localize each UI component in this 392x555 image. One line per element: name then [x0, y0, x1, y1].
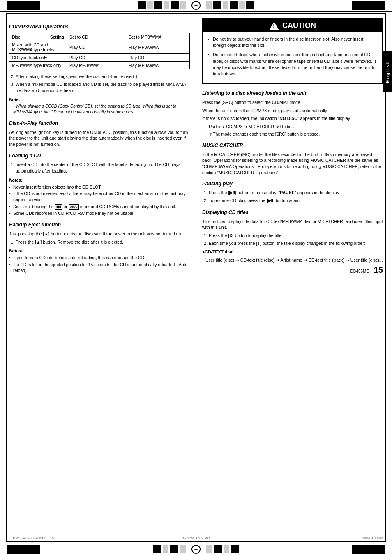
- bottom-center-pattern: [40, 545, 352, 554]
- english-tab-label: English: [385, 61, 390, 83]
- backup-eject-title: Backup Eject function: [9, 221, 190, 228]
- footer-center: 05.1.24, 6:02 PM: [134, 536, 258, 540]
- top-right-block: [352, 1, 385, 10]
- caution-item-2: Do not insert discs where adhesive comes…: [208, 52, 377, 77]
- bottom-crosshair-icon: [191, 545, 201, 554]
- setting-label: Setting: [50, 35, 64, 39]
- disc-in-play-title: Disc-In-Play function: [9, 120, 190, 127]
- top-left-block: [7, 1, 40, 10]
- table-cell-set-cd-3: Play MP3/WMA: [67, 61, 126, 69]
- table-header-set-to-cd: Set to CD: [67, 33, 126, 41]
- page-border-left: [6, 13, 7, 542]
- table-cell-disc-type-2: CD type track only: [9, 53, 67, 61]
- bottom-left-block: [7, 545, 40, 554]
- caution-header: CAUTION: [203, 19, 382, 32]
- listening-body-3: If there is no disc loaded, the indicati…: [202, 115, 383, 122]
- top-decorative-bar: [0, 0, 392, 12]
- loading-note-3: Discs not bearing the ▮▮▮ or DISC mark a…: [9, 204, 190, 210]
- footer-right: 280-8138-00: [258, 536, 383, 540]
- table-cell-disc-type-1: Mixed with CD and MP3/WMA type tracks: [9, 41, 67, 53]
- displaying-body-1: This unit can display title data for CD-…: [202, 219, 383, 230]
- pausing-step-2: To resume CD play, press the [▶II] butto…: [209, 198, 383, 204]
- right-column: English CAUTION Do not try to put your h…: [198, 18, 383, 537]
- table-cell-set-cd-1: Play CD: [67, 41, 126, 53]
- page-border-top: [6, 13, 386, 14]
- bottom-decorative-bar: [0, 543, 392, 555]
- backup-eject-steps: Press the [▲] button. Remove the disc af…: [9, 239, 190, 246]
- footer-left: +DB456MC-005-ENG 15: [9, 536, 134, 540]
- pausing-title: Pausing play: [202, 180, 383, 187]
- caution-box: CAUTION Do not try to put your hand or f…: [202, 18, 383, 84]
- cdmp3-step-2: After making these settings, remove the …: [16, 74, 190, 80]
- loading-note-2: If the CD is not inserted easily, there …: [9, 191, 190, 203]
- cdmp3-section: CD/MP3/WMA Operations Disc Setting Set t…: [9, 23, 190, 115]
- footer-page-num: 15: [50, 536, 54, 540]
- cdmp3-step-3: When a mixed mode CD is loaded and CD is…: [16, 81, 190, 94]
- page-number-area: DB456MC 15: [202, 265, 383, 275]
- disc-label: Disc: [12, 35, 20, 39]
- cd-text-bullet: ●CD-TEXT disc: [202, 249, 383, 255]
- cdmp3-title: CD/MP3/WMA Operations: [9, 23, 190, 30]
- table-row: Mixed with CD and MP3/WMA type tracks Pl…: [9, 41, 190, 53]
- loading-step-1: Insert a CD into the center of the CD SL…: [16, 161, 190, 175]
- table-header-set-to-mp3: Set to MP3/WMA: [126, 33, 189, 41]
- disc-in-play-section: Disc-In-Play function As long as the ign…: [9, 120, 190, 147]
- left-column: CD/MP3/WMA Operations Disc Setting Set t…: [9, 18, 198, 537]
- listening-body-2: When the unit enters the CD/MP3 mode, pl…: [202, 108, 383, 114]
- backup-note-2: If a CD is left in the ejected position …: [9, 262, 190, 274]
- table-cell-set-mp3-1: Play MP3/WMA: [126, 41, 189, 53]
- table-cell-set-cd-2: Play CD: [67, 53, 126, 61]
- caution-title: CAUTION: [282, 21, 316, 30]
- crosshair-icon: [191, 1, 201, 10]
- table-cell-set-mp3-3: Play MP3/WMA: [126, 61, 189, 69]
- backup-eject-step-1: Press the [▲] button. Remove the disc af…: [16, 239, 190, 246]
- backup-eject-section: Backup Eject function Just pressing the …: [9, 221, 190, 274]
- page-number: 15: [374, 265, 383, 274]
- disc-in-play-body: As long as the ignition key is turned to…: [9, 129, 190, 147]
- backup-note-1: If you force a CD into before auto reloa…: [9, 255, 190, 261]
- disc-mark-2: DISC: [69, 204, 79, 210]
- pausing-step-1: Press the [▶II] button to pause play. "P…: [209, 190, 383, 196]
- bottom-right-block: [352, 545, 385, 554]
- footer-date: 05.1.24, 6:02 PM: [182, 536, 210, 540]
- displaying-step-2: Each time you press the [T] button, the …: [209, 240, 383, 247]
- disc-mark-1: ▮▮▮: [55, 204, 62, 210]
- caution-triangle-icon: [269, 22, 279, 30]
- loading-steps: Insert a CD into the center of the CD SL…: [9, 161, 190, 175]
- loading-note-1: Never insert foreign objects into the CD…: [9, 184, 190, 190]
- main-content: CD/MP3/WMA Operations Disc Setting Set t…: [9, 18, 383, 537]
- listening-mode-chain: Radio ➜ CD/MP3 ➜ M-CATCHER ➜ Radio…: [202, 124, 383, 130]
- cd-text-body: User title (disc) ➜ CD-text title (disc)…: [202, 257, 383, 263]
- table-row: CD type track only Play CD Play CD: [9, 53, 190, 61]
- displaying-step-1: Press the [D] button to display the titl…: [209, 233, 383, 239]
- footer: +DB456MC-005-ENG 15 05.1.24, 6:02 PM 280…: [9, 536, 383, 540]
- backup-notes-label: Notes:: [9, 248, 190, 254]
- listening-section: Listening to a disc already loaded in th…: [202, 90, 383, 137]
- cdmp3-steps: After making these settings, remove the …: [9, 74, 190, 94]
- page-border-bottom: [6, 541, 386, 542]
- backup-eject-body: Just pressing the [▲] button ejects the …: [9, 231, 190, 237]
- music-catcher-section: MUSIC CATCHER In the M-CATCHER (MC) mode…: [202, 142, 383, 176]
- loading-title: Loading a CD: [9, 152, 190, 159]
- pausing-section: Pausing play Press the [▶II] button to p…: [202, 180, 383, 204]
- footer-part-num: 280-8138-00: [362, 536, 383, 540]
- displaying-title: Displaying CD titles: [202, 209, 383, 216]
- listening-note: ✳ The mode changes each time the [SRC] b…: [202, 131, 383, 137]
- table-cell-set-mp3-2: Play CD: [126, 53, 189, 61]
- listening-body-1: Press the [SRC] button to select the CD/…: [202, 99, 383, 106]
- table-header-disc: Disc Setting: [9, 33, 67, 41]
- music-catcher-title: MUSIC CATCHER: [202, 142, 383, 149]
- loading-section: Loading a CD Insert a CD into the center…: [9, 152, 190, 217]
- displaying-steps: Press the [D] button to display the titl…: [202, 233, 383, 247]
- music-catcher-body: In the M-CATCHER (MC) mode, the files re…: [202, 152, 383, 176]
- table-cell-disc-type-3: MP3/WMA type track only: [9, 61, 67, 69]
- footer-doc-id: +DB456MC-005-ENG: [9, 536, 45, 540]
- document-id: DB456MC: [350, 269, 369, 274]
- loading-notes-label: Notes:: [9, 177, 190, 183]
- displaying-section: Displaying CD titles This unit can displ…: [202, 209, 383, 264]
- pausing-steps: Press the [▶II] button to pause play. "P…: [202, 190, 383, 204]
- cdmp3-note-text: • When playing a CCCD (Copy Control CD),…: [9, 104, 190, 115]
- settings-table: Disc Setting Set to CD Set to MP3/WMA Mi…: [9, 33, 190, 69]
- loading-note-4: Some CDs recorded in CD-R/CD-RW mode may…: [9, 210, 190, 216]
- page-border-right: [385, 13, 386, 542]
